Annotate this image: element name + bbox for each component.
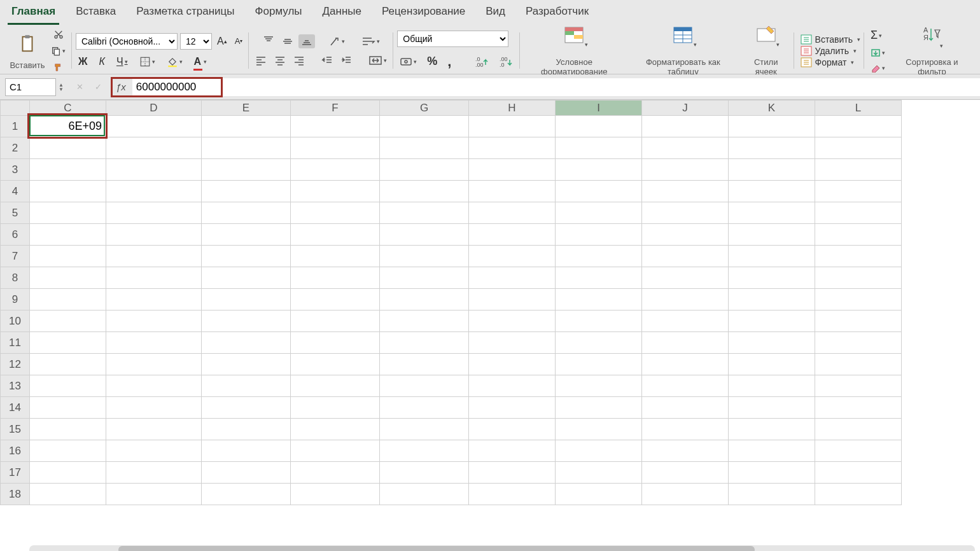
font-color-button[interactable]: А▾ — [192, 55, 210, 69]
cell-D14[interactable] — [106, 397, 202, 419]
insert-cells-button[interactable]: Вставить▾ — [801, 34, 860, 45]
cell-K18[interactable] — [729, 484, 815, 505]
cell-K12[interactable] — [729, 354, 815, 375]
row-header-11[interactable]: 11 — [1, 332, 30, 354]
cell-D2[interactable] — [106, 137, 202, 159]
cell-C3[interactable] — [30, 159, 106, 181]
cell-J4[interactable] — [642, 181, 729, 202]
cell-E15[interactable] — [202, 419, 291, 440]
row-header-3[interactable]: 3 — [1, 159, 30, 181]
cell-D13[interactable] — [106, 375, 202, 397]
cell-C14[interactable] — [30, 397, 106, 419]
cell-J8[interactable] — [642, 267, 729, 289]
tab-formulas[interactable]: Формулы — [251, 3, 306, 25]
cell-E18[interactable] — [202, 484, 291, 505]
cell-I13[interactable] — [556, 375, 642, 397]
row-header-18[interactable]: 18 — [1, 484, 30, 505]
cell-J7[interactable] — [642, 246, 729, 267]
cell-C8[interactable] — [30, 267, 106, 289]
col-header-C[interactable]: C — [30, 101, 106, 116]
cell-F6[interactable] — [291, 224, 380, 246]
cell-F3[interactable] — [291, 159, 380, 181]
tab-home[interactable]: Главная — [8, 3, 59, 25]
cell-I3[interactable] — [556, 159, 642, 181]
cell-H5[interactable] — [469, 202, 556, 224]
cell-J5[interactable] — [642, 202, 729, 224]
cell-I1[interactable] — [556, 116, 642, 137]
horizontal-scrollbar[interactable] — [29, 545, 975, 551]
decrease-font-button[interactable]: A▾ — [232, 35, 246, 47]
cell-K1[interactable] — [729, 116, 815, 137]
cell-L5[interactable] — [815, 202, 902, 224]
accept-formula-button[interactable]: ✓ — [92, 81, 104, 93]
cell-K4[interactable] — [729, 181, 815, 202]
cell-I18[interactable] — [556, 484, 642, 505]
cell-D3[interactable] — [106, 159, 202, 181]
name-box[interactable]: C1 — [5, 78, 56, 96]
cell-D1[interactable] — [106, 116, 202, 137]
cell-D18[interactable] — [106, 484, 202, 505]
cell-styles-button[interactable]: ▾ Стили ячеек — [742, 24, 790, 78]
cell-G8[interactable] — [380, 267, 469, 289]
cell-I4[interactable] — [556, 181, 642, 202]
cell-J11[interactable] — [642, 332, 729, 354]
cell-F10[interactable] — [291, 310, 380, 332]
cell-K3[interactable] — [729, 159, 815, 181]
cell-F4[interactable] — [291, 181, 380, 202]
cell-I11[interactable] — [556, 332, 642, 354]
cell-C17[interactable] — [30, 462, 106, 484]
tab-insert[interactable]: Вставка — [72, 3, 120, 25]
cell-F17[interactable] — [291, 462, 380, 484]
cell-E17[interactable] — [202, 462, 291, 484]
cell-H9[interactable] — [469, 289, 556, 310]
cell-L16[interactable] — [815, 440, 902, 462]
cell-I5[interactable] — [556, 202, 642, 224]
cell-L3[interactable] — [815, 159, 902, 181]
cell-J3[interactable] — [642, 159, 729, 181]
tab-review[interactable]: Рецензирование — [378, 3, 469, 25]
copy-button[interactable]: ▾ — [48, 45, 68, 57]
tab-data[interactable]: Данные — [319, 3, 365, 25]
cell-G7[interactable] — [380, 246, 469, 267]
cell-F18[interactable] — [291, 484, 380, 505]
cell-F8[interactable] — [291, 267, 380, 289]
cell-C1[interactable]: 6E+09 — [30, 116, 106, 137]
number-format-select[interactable]: Общий — [397, 31, 508, 47]
cell-L6[interactable] — [815, 224, 902, 246]
cell-K6[interactable] — [729, 224, 815, 246]
cell-G13[interactable] — [380, 375, 469, 397]
cell-K2[interactable] — [729, 137, 815, 159]
paste-button[interactable] — [9, 31, 46, 57]
cell-E3[interactable] — [202, 159, 291, 181]
cell-K13[interactable] — [729, 375, 815, 397]
decrease-indent-button[interactable] — [319, 53, 335, 67]
cell-D17[interactable] — [106, 462, 202, 484]
row-header-1[interactable]: 1 — [1, 116, 30, 137]
cell-H6[interactable] — [469, 224, 556, 246]
bold-button[interactable]: Ж — [76, 55, 90, 69]
row-header-17[interactable]: 17 — [1, 462, 30, 484]
clear-button[interactable]: ▾ — [868, 62, 888, 74]
cell-F2[interactable] — [291, 137, 380, 159]
cell-C13[interactable] — [30, 375, 106, 397]
cell-G14[interactable] — [380, 397, 469, 419]
tab-developer[interactable]: Разработчик — [522, 3, 592, 25]
align-top-button[interactable] — [260, 34, 277, 48]
cell-K8[interactable] — [729, 267, 815, 289]
comma-button[interactable]: , — [445, 52, 454, 71]
cell-H8[interactable] — [469, 267, 556, 289]
cell-E14[interactable] — [202, 397, 291, 419]
cell-D9[interactable] — [106, 289, 202, 310]
row-header-9[interactable]: 9 — [1, 289, 30, 310]
cell-K15[interactable] — [729, 419, 815, 440]
cell-J2[interactable] — [642, 137, 729, 159]
cell-C6[interactable] — [30, 224, 106, 246]
cell-J1[interactable] — [642, 116, 729, 137]
conditional-formatting-button[interactable]: ▾ Условное форматирование — [524, 24, 624, 78]
cell-L8[interactable] — [815, 267, 902, 289]
currency-button[interactable]: ▾ — [397, 55, 419, 69]
cell-J9[interactable] — [642, 289, 729, 310]
cell-F1[interactable] — [291, 116, 380, 137]
cell-C7[interactable] — [30, 246, 106, 267]
cell-L13[interactable] — [815, 375, 902, 397]
